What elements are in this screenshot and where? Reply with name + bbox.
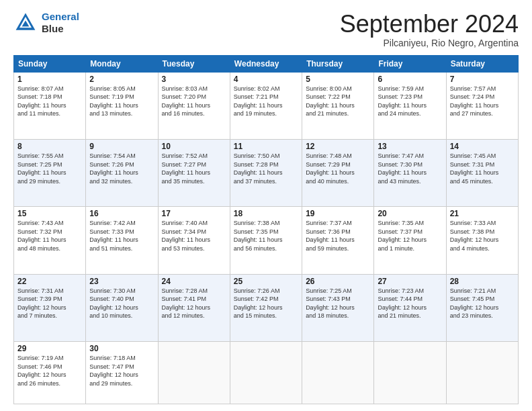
day-number: 18 [234, 209, 298, 218]
day-info: Sunrise: 7:55 AM Sunset: 7:25 PM Dayligh… [17, 152, 82, 185]
calendar-cell: 29Sunrise: 7:19 AM Sunset: 7:46 PM Dayli… [14, 341, 86, 404]
calendar-cell: 9Sunrise: 7:54 AM Sunset: 7:26 PM Daylig… [86, 139, 158, 206]
day-info: Sunrise: 7:18 AM Sunset: 7:47 PM Dayligh… [89, 354, 154, 387]
day-number: 9 [89, 142, 154, 151]
calendar-cell: 25Sunrise: 7:26 AM Sunset: 7:42 PM Dayli… [230, 274, 302, 341]
calendar-cell: 26Sunrise: 7:25 AM Sunset: 7:43 PM Dayli… [302, 274, 374, 341]
location-subtitle: Pilcaniyeu, Rio Negro, Argentina [340, 38, 519, 48]
day-info: Sunrise: 7:59 AM Sunset: 7:23 PM Dayligh… [378, 85, 442, 118]
calendar-cell: 2Sunrise: 8:05 AM Sunset: 7:19 PM Daylig… [86, 72, 158, 139]
calendar-cell: 6Sunrise: 7:59 AM Sunset: 7:23 PM Daylig… [374, 72, 446, 139]
col-wednesday: Wednesday [230, 55, 302, 72]
day-number: 22 [17, 277, 82, 286]
day-number: 26 [306, 277, 370, 286]
calendar-cell [374, 341, 446, 404]
day-info: Sunrise: 7:40 AM Sunset: 7:34 PM Dayligh… [162, 219, 226, 253]
day-info: Sunrise: 7:31 AM Sunset: 7:39 PM Dayligh… [17, 287, 82, 320]
calendar-cell [302, 341, 374, 404]
day-number: 16 [89, 209, 154, 218]
calendar-cell: 11Sunrise: 7:50 AM Sunset: 7:28 PM Dayli… [230, 139, 302, 206]
day-number: 20 [378, 209, 442, 218]
logo-text: General Blue [42, 11, 79, 35]
calendar-week-2: 8Sunrise: 7:55 AM Sunset: 7:25 PM Daylig… [14, 139, 519, 206]
logo-icon [13, 11, 38, 35]
calendar-cell: 22Sunrise: 7:31 AM Sunset: 7:39 PM Dayli… [14, 274, 86, 341]
day-info: Sunrise: 7:50 AM Sunset: 7:28 PM Dayligh… [234, 152, 298, 185]
calendar-cell [446, 341, 518, 404]
day-info: Sunrise: 7:45 AM Sunset: 7:31 PM Dayligh… [450, 152, 515, 185]
day-number: 12 [306, 142, 370, 151]
day-info: Sunrise: 7:57 AM Sunset: 7:24 PM Dayligh… [450, 85, 515, 118]
month-title: September 2024 [340, 11, 519, 38]
calendar-week-5: 29Sunrise: 7:19 AM Sunset: 7:46 PM Dayli… [14, 341, 519, 404]
day-number: 28 [450, 277, 515, 286]
col-sunday: Sunday [14, 55, 86, 72]
day-info: Sunrise: 7:35 AM Sunset: 7:37 PM Dayligh… [378, 219, 442, 253]
calendar-cell [158, 341, 230, 404]
col-friday: Friday [374, 55, 446, 72]
title-block: September 2024 Pilcaniyeu, Rio Negro, Ar… [340, 11, 519, 48]
logo-line1: General [42, 11, 79, 22]
day-number: 13 [378, 142, 442, 151]
calendar-cell: 21Sunrise: 7:33 AM Sunset: 7:38 PM Dayli… [446, 207, 518, 274]
day-number: 1 [17, 75, 82, 84]
day-number: 23 [89, 277, 154, 286]
calendar-cell: 14Sunrise: 7:45 AM Sunset: 7:31 PM Dayli… [446, 139, 518, 206]
day-info: Sunrise: 8:02 AM Sunset: 7:21 PM Dayligh… [234, 85, 298, 118]
day-number: 3 [162, 75, 226, 84]
calendar-week-4: 22Sunrise: 7:31 AM Sunset: 7:39 PM Dayli… [14, 274, 519, 341]
calendar-week-1: 1Sunrise: 8:07 AM Sunset: 7:18 PM Daylig… [14, 72, 519, 139]
calendar-cell: 7Sunrise: 7:57 AM Sunset: 7:24 PM Daylig… [446, 72, 518, 139]
calendar-cell: 28Sunrise: 7:21 AM Sunset: 7:45 PM Dayli… [446, 274, 518, 341]
calendar-cell: 30Sunrise: 7:18 AM Sunset: 7:47 PM Dayli… [86, 341, 158, 404]
day-number: 14 [450, 142, 515, 151]
day-info: Sunrise: 7:28 AM Sunset: 7:41 PM Dayligh… [162, 287, 226, 320]
logo: General Blue [13, 11, 79, 35]
day-info: Sunrise: 7:47 AM Sunset: 7:30 PM Dayligh… [378, 152, 442, 185]
day-info: Sunrise: 8:00 AM Sunset: 7:22 PM Dayligh… [306, 85, 370, 118]
calendar-cell: 12Sunrise: 7:48 AM Sunset: 7:29 PM Dayli… [302, 139, 374, 206]
day-number: 2 [89, 75, 154, 84]
day-info: Sunrise: 7:38 AM Sunset: 7:35 PM Dayligh… [234, 219, 298, 253]
day-info: Sunrise: 7:19 AM Sunset: 7:46 PM Dayligh… [17, 354, 82, 387]
day-info: Sunrise: 7:43 AM Sunset: 7:32 PM Dayligh… [17, 219, 82, 253]
day-number: 6 [378, 75, 442, 84]
day-info: Sunrise: 7:37 AM Sunset: 7:36 PM Dayligh… [306, 219, 370, 253]
calendar-cell: 20Sunrise: 7:35 AM Sunset: 7:37 PM Dayli… [374, 207, 446, 274]
calendar-cell: 1Sunrise: 8:07 AM Sunset: 7:18 PM Daylig… [14, 72, 86, 139]
day-number: 4 [234, 75, 298, 84]
calendar-cell: 18Sunrise: 7:38 AM Sunset: 7:35 PM Dayli… [230, 207, 302, 274]
day-info: Sunrise: 7:33 AM Sunset: 7:38 PM Dayligh… [450, 219, 515, 253]
calendar-week-3: 15Sunrise: 7:43 AM Sunset: 7:32 PM Dayli… [14, 207, 519, 274]
col-thursday: Thursday [302, 55, 374, 72]
day-number: 21 [450, 209, 515, 218]
day-number: 15 [17, 209, 82, 218]
day-number: 10 [162, 142, 226, 151]
day-number: 17 [162, 209, 226, 218]
calendar-cell: 16Sunrise: 7:42 AM Sunset: 7:33 PM Dayli… [86, 207, 158, 274]
day-number: 7 [450, 75, 515, 84]
day-number: 19 [306, 209, 370, 218]
calendar-cell: 19Sunrise: 7:37 AM Sunset: 7:36 PM Dayli… [302, 207, 374, 274]
day-info: Sunrise: 8:03 AM Sunset: 7:20 PM Dayligh… [162, 85, 226, 118]
day-info: Sunrise: 8:05 AM Sunset: 7:19 PM Dayligh… [89, 85, 154, 118]
calendar-cell: 10Sunrise: 7:52 AM Sunset: 7:27 PM Dayli… [158, 139, 230, 206]
calendar-cell: 24Sunrise: 7:28 AM Sunset: 7:41 PM Dayli… [158, 274, 230, 341]
day-number: 24 [162, 277, 226, 286]
header-row: Sunday Monday Tuesday Wednesday Thursday… [14, 55, 519, 72]
calendar-page: General Blue September 2024 Pilcaniyeu, … [0, 0, 532, 411]
header: General Blue September 2024 Pilcaniyeu, … [13, 11, 519, 48]
calendar-cell: 23Sunrise: 7:30 AM Sunset: 7:40 PM Dayli… [86, 274, 158, 341]
calendar-cell: 17Sunrise: 7:40 AM Sunset: 7:34 PM Dayli… [158, 207, 230, 274]
calendar-table: Sunday Monday Tuesday Wednesday Thursday… [13, 55, 519, 404]
day-number: 5 [306, 75, 370, 84]
day-info: Sunrise: 7:23 AM Sunset: 7:44 PM Dayligh… [378, 287, 442, 320]
day-number: 11 [234, 142, 298, 151]
day-number: 25 [234, 277, 298, 286]
day-info: Sunrise: 7:54 AM Sunset: 7:26 PM Dayligh… [89, 152, 154, 185]
day-number: 29 [17, 344, 82, 353]
col-monday: Monday [86, 55, 158, 72]
calendar-cell [230, 341, 302, 404]
day-info: Sunrise: 7:30 AM Sunset: 7:40 PM Dayligh… [89, 287, 154, 320]
day-info: Sunrise: 8:07 AM Sunset: 7:18 PM Dayligh… [17, 85, 82, 118]
